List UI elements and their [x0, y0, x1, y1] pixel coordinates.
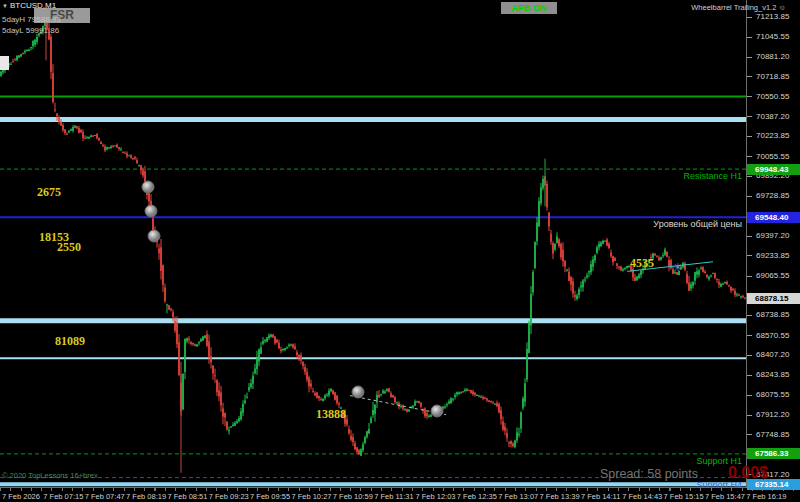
- price-axis-tick: [747, 136, 752, 137]
- price-count-annotation[interactable]: 2675: [37, 185, 61, 200]
- price-axis-label: 70055.55: [756, 152, 789, 161]
- price-axis-label: 71045.55: [756, 32, 789, 41]
- time-axis-label: 7 Feb 15:15: [664, 492, 704, 501]
- price-axis-label: 68570.55: [756, 331, 789, 340]
- time-axis[interactable]: 7 Feb 20267 Feb 07:157 Feb 07:477 Feb 08…: [0, 487, 800, 502]
- price-axis-label: 70881.20: [756, 52, 789, 61]
- ea-title-label: Wheelbarrel Trailing_v1.2: [691, 3, 776, 12]
- time-axis-label: 7 Feb 10:27: [291, 492, 331, 501]
- price-axis-label: 70387.20: [756, 112, 789, 121]
- time-axis-label: 7 Feb 07:47: [85, 492, 125, 501]
- price-axis-tick: [747, 37, 752, 38]
- price-axis-tick: [747, 76, 752, 77]
- time-axis-label: 7 Feb 13:39: [540, 492, 580, 501]
- price-axis-tick: [747, 176, 752, 177]
- price-axis-tick: [747, 196, 752, 197]
- time-axis-label: 7 Feb 2026: [2, 492, 40, 501]
- price-axis[interactable]: 71213.8571045.5570881.2070718.8570550.55…: [746, 0, 800, 487]
- price-axis-tick: [747, 116, 752, 117]
- candlestick-chart: ✳: [0, 0, 746, 487]
- price-count-annotation[interactable]: 4535: [630, 256, 654, 271]
- time-axis-label: 7 Feb 16:19: [746, 492, 786, 501]
- price-axis-label: 69397.20: [756, 231, 789, 240]
- time-axis-label: 7 Feb 07:15: [43, 492, 83, 501]
- price-axis-label: 70550.55: [756, 92, 789, 101]
- price-axis-tick: [747, 236, 752, 237]
- price-axis-label: 71213.85: [756, 12, 789, 21]
- price-level-badge: 69548.40: [747, 212, 800, 223]
- price-axis-tick: [747, 315, 752, 316]
- time-axis-label: 7 Feb 10:59: [333, 492, 373, 501]
- price-count-annotation[interactable]: 13888: [316, 407, 346, 422]
- price-axis-tick: [747, 156, 752, 157]
- star-marker-icon[interactable]: ✳: [673, 261, 682, 273]
- price-axis-tick: [747, 96, 752, 97]
- ball-marker[interactable]: [142, 181, 154, 193]
- price-axis-tick: [747, 415, 752, 416]
- symbol-title[interactable]: ▼BTCUSD,M1: [2, 1, 56, 10]
- profit-label: 0.00$: [728, 464, 768, 482]
- candlesticks: [0, 20, 746, 457]
- ea-title: Wheelbarrel Trailing_v1.2☺: [691, 3, 786, 12]
- price-axis-tick: [747, 355, 752, 356]
- price-axis-label: 70718.85: [756, 72, 789, 81]
- price-axis-label: 67912.20: [756, 410, 789, 419]
- time-axis-label: 7 Feb 11:31: [374, 492, 413, 501]
- price-level-badge: 69948.43: [747, 164, 800, 175]
- apb-status-badge[interactable]: APB ON: [501, 2, 557, 14]
- smiley-icon: ☺: [778, 3, 786, 12]
- time-axis-label: 7 Feb 09:55: [250, 492, 290, 501]
- time-axis-label: 7 Feb 13:07: [498, 492, 538, 501]
- symbol-title-label: BTCUSD,M1: [10, 1, 56, 10]
- five-day-high-label: 5dayH 79588.93: [2, 15, 61, 24]
- five-day-low-label: 5dayL 59991.86: [2, 26, 59, 35]
- time-axis-label: 7 Feb 09:23: [209, 492, 249, 501]
- price-axis-label: 68075.55: [756, 390, 789, 399]
- dropdown-arrow-icon[interactable]: ▼: [2, 3, 8, 9]
- ball-marker[interactable]: [352, 386, 364, 398]
- chart-area[interactable]: ✳ ▼BTCUSD,M1 FSR 5dayH 79588.93 5dayL 59…: [0, 0, 746, 487]
- price-count-annotation[interactable]: 81089: [55, 334, 85, 349]
- time-axis-label: 7 Feb 14:11: [581, 492, 620, 501]
- price-axis-tick: [747, 57, 752, 58]
- time-axis-label: 7 Feb 08:51: [167, 492, 207, 501]
- ball-marker[interactable]: [145, 205, 157, 217]
- price-axis-label: 68407.20: [756, 350, 789, 359]
- level-label: Уровень общей цены: [653, 219, 742, 229]
- price-axis-label: 69728.85: [756, 191, 789, 200]
- left-white-box: [0, 56, 9, 70]
- trading-terminal-window: ✳ ▼BTCUSD,M1 FSR 5dayH 79588.93 5dayL 59…: [0, 0, 800, 502]
- price-axis-tick: [747, 17, 752, 18]
- price-axis-tick: [747, 375, 752, 376]
- time-axis-label: 7 Feb 15:47: [705, 492, 745, 501]
- ball-marker[interactable]: [431, 405, 443, 417]
- price-axis-label: 68738.85: [756, 310, 789, 319]
- price-axis-tick: [747, 276, 752, 277]
- time-axis-label: 7 Feb 14:43: [622, 492, 662, 501]
- time-axis-label: 7 Feb 08:19: [126, 492, 166, 501]
- price-axis-tick: [747, 434, 752, 435]
- copyright-label: © 2020 TopLessons 16+brex: [2, 471, 98, 480]
- price-axis-label: 67748.85: [756, 430, 789, 439]
- price-level-badge: 67586.33: [747, 448, 800, 459]
- current-price-badge: 68878.15: [747, 293, 800, 304]
- price-axis-label: 68243.85: [756, 370, 789, 379]
- price-axis-tick: [747, 255, 752, 256]
- ball-marker[interactable]: [148, 230, 160, 242]
- spread-label: Spread: 58 points: [600, 467, 698, 481]
- price-axis-label: 69233.85: [756, 251, 789, 260]
- time-axis-label: 7 Feb 12:35: [457, 492, 497, 501]
- level-label: Resistance H1: [683, 171, 742, 181]
- price-axis-tick: [747, 395, 752, 396]
- price-axis-tick: [747, 335, 752, 336]
- time-axis-label: 7 Feb 12:03: [416, 492, 456, 501]
- price-count-annotation[interactable]: 2550: [57, 240, 81, 255]
- price-axis-label: 70223.85: [756, 131, 789, 140]
- price-axis-label: 69065.55: [756, 271, 789, 280]
